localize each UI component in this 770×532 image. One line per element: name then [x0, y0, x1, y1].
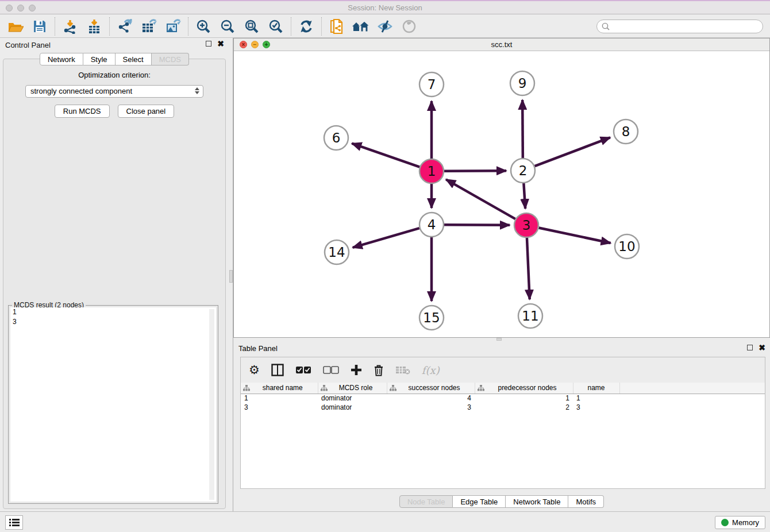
table-row[interactable]: 1 dominator 4 1 1 [241, 394, 765, 403]
cell-mcds-role[interactable]: dominator [318, 403, 387, 412]
graph-node-8[interactable]: 8 [614, 119, 638, 144]
cell-mcds-role[interactable]: dominator [318, 394, 387, 403]
cell-predecessor-nodes[interactable]: 1 [475, 394, 573, 403]
add-column-button[interactable] [351, 361, 362, 379]
delete-table-button-disabled [395, 361, 410, 379]
graph-edge-4-3[interactable] [444, 225, 510, 225]
cell-predecessor-nodes[interactable]: 2 [475, 403, 573, 412]
show-all-button[interactable] [397, 16, 421, 37]
optimization-criterion-select[interactable]: strongly connected component [25, 85, 203, 98]
table-toolbar: ⚙ [241, 357, 765, 383]
tab-mcds[interactable]: MCDS [152, 53, 189, 65]
network-canvas[interactable]: 7968124314101511 [234, 51, 769, 337]
select-all-columns-button[interactable] [295, 361, 311, 379]
hide-selected-button[interactable] [373, 16, 397, 37]
graph-node-15[interactable]: 15 [419, 306, 444, 330]
export-table-button[interactable] [137, 16, 161, 37]
toolbar-separator [321, 17, 322, 36]
tab-select[interactable]: Select [116, 53, 152, 65]
graph-node-label: 6 [332, 130, 341, 145]
close-panel-button[interactable]: Close panel [118, 105, 175, 118]
graph-edge-1-6[interactable] [352, 144, 419, 167]
zoom-out-button[interactable] [215, 16, 240, 37]
toolbar-separator [188, 17, 188, 36]
graph-edge-2-3[interactable] [523, 183, 525, 209]
graph-edge-3-1[interactable] [446, 179, 515, 219]
import-network-button[interactable] [58, 16, 82, 37]
graph-node-2[interactable]: 2 [511, 159, 535, 183]
splitter-grip[interactable] [229, 270, 233, 283]
column-layout-button[interactable] [271, 361, 284, 379]
toolbar-separator [55, 17, 55, 36]
delete-column-button[interactable] [374, 361, 384, 379]
import-table-button[interactable] [82, 16, 106, 37]
tab-edge-table[interactable]: Edge Table [453, 495, 506, 508]
table-row[interactable]: 3 dominator 3 2 3 [241, 403, 765, 412]
zoom-selected-button[interactable] [264, 16, 288, 37]
table-settings-button[interactable]: ⚙ [249, 361, 260, 379]
cell-shared-name[interactable]: 3 [241, 403, 318, 412]
graph-edge-3-11[interactable] [527, 238, 530, 299]
hierarchy-icon [478, 385, 484, 391]
cell-successor-nodes[interactable]: 3 [387, 403, 475, 412]
graph-node-3[interactable]: 3 [514, 213, 538, 237]
save-session-button[interactable] [28, 16, 52, 37]
graph-node-7[interactable]: 7 [419, 72, 444, 97]
column-header-successor-nodes[interactable]: successor nodes [387, 383, 475, 394]
search-input[interactable] [596, 20, 763, 33]
cell-successor-nodes[interactable]: 4 [387, 394, 475, 403]
zoom-selected-icon [268, 19, 283, 34]
tab-node-table[interactable]: Node Table [399, 495, 453, 508]
column-header-predecessor-nodes[interactable]: predecessor nodes [475, 383, 573, 394]
mcds-result-group: MCDS result (2 nodes) 1 3 [8, 305, 218, 504]
close-panel-icon[interactable]: ✖ [759, 345, 765, 350]
graph-edge-3-10[interactable] [539, 228, 611, 243]
column-header-shared-name[interactable]: shared name [241, 383, 318, 394]
clone-network-button[interactable] [325, 16, 349, 37]
graph-edge-4-14[interactable] [353, 228, 419, 248]
graph-edge-2-9[interactable] [522, 100, 523, 158]
graph-edge-1-2[interactable] [444, 171, 506, 171]
window-titlebar: Session: New Session [0, 0, 770, 14]
hierarchy-icon [243, 385, 250, 391]
memory-button[interactable]: Memory [715, 516, 765, 529]
graph-node-6[interactable]: 6 [324, 126, 348, 150]
export-image-button[interactable] [161, 16, 185, 37]
close-panel-icon[interactable]: ✖ [217, 41, 224, 47]
float-panel-icon[interactable] [206, 41, 211, 47]
graph-node-4[interactable]: 4 [419, 213, 444, 237]
graph-node-14[interactable]: 14 [325, 240, 349, 264]
cell-shared-name[interactable]: 1 [241, 394, 318, 403]
float-panel-icon[interactable] [747, 345, 753, 350]
graph-node-9[interactable]: 9 [510, 71, 534, 95]
run-mcds-button[interactable]: Run MCDS [55, 105, 110, 118]
column-header-mcds-role[interactable]: MCDS role [318, 383, 387, 394]
tab-motifs[interactable]: Motifs [568, 495, 604, 508]
graph-node-1[interactable]: 1 [419, 159, 444, 183]
tab-style[interactable]: Style [83, 53, 116, 65]
first-neighbors-button[interactable] [349, 16, 373, 37]
status-bar: Memory [0, 511, 770, 532]
deselect-all-columns-button[interactable] [323, 361, 339, 379]
cell-name[interactable]: 1 [573, 394, 619, 403]
open-session-button[interactable] [3, 16, 28, 37]
mcds-result-textarea[interactable]: 1 3 [10, 307, 216, 502]
zoom-in-button[interactable] [191, 16, 215, 37]
export-network-icon [117, 19, 133, 34]
zoom-fit-button[interactable] [240, 16, 264, 37]
tab-network-table[interactable]: Network Table [506, 495, 568, 508]
result-scrollbar[interactable] [209, 309, 214, 500]
refresh-button[interactable] [294, 16, 318, 37]
export-network-button[interactable] [113, 16, 137, 37]
graph-node-10[interactable]: 10 [615, 234, 639, 259]
mcds-result-line: 1 [10, 307, 216, 317]
table-tabs: Node Table Edge Table Network Table Moti… [233, 495, 770, 508]
zoom-fit-icon [244, 19, 259, 34]
graph-node-11[interactable]: 11 [518, 304, 542, 328]
cell-name[interactable]: 3 [573, 403, 619, 412]
graph-edge-2-8[interactable] [535, 137, 610, 166]
task-history-button[interactable] [5, 515, 23, 530]
vertical-splitter[interactable] [229, 38, 233, 511]
tab-network[interactable]: Network [40, 53, 83, 65]
column-header-name[interactable]: name [573, 383, 619, 394]
